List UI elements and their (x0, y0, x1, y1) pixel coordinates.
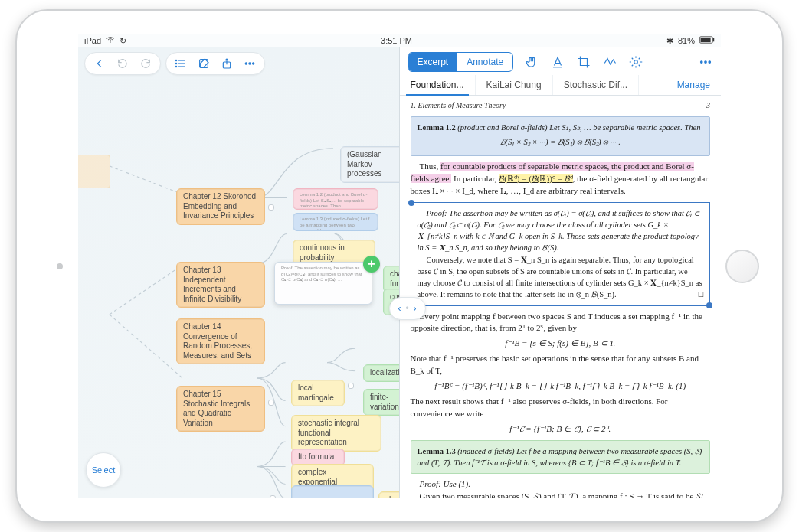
node-cbm[interactable]: characterization of Brownian motion (378, 491, 400, 498)
chevron-right-icon: › (414, 303, 417, 314)
svg-point-15 (253, 63, 254, 64)
chevron-left-icon: ‹ (398, 303, 401, 314)
node-loc[interactable]: localization (363, 364, 400, 382)
text-style-icon[interactable] (550, 54, 565, 70)
hand-icon[interactable] (524, 54, 539, 70)
doc-tabs: Foundation... KaiLai Chung Stochastic Di… (400, 75, 722, 96)
svg-point-9 (175, 66, 176, 67)
svg-point-7 (175, 60, 176, 60)
clock: 3:51 PM (381, 36, 412, 45)
seg-annotate[interactable]: Annotate (457, 53, 512, 71)
tab-kailai[interactable]: KaiLai Chung (476, 75, 553, 95)
node-ch13[interactable]: Chapter 13 Independent Increments and In… (176, 262, 265, 308)
share-icon[interactable] (220, 57, 234, 70)
svg-point-17 (634, 60, 638, 64)
doc-page: 3 (706, 100, 710, 112)
more-icon[interactable] (698, 54, 713, 70)
right-toolbar: Excerpt Annotate (400, 47, 722, 75)
drag-preview[interactable]: Proof. The assertion may be written as σ… (274, 262, 372, 305)
lemma-1-3[interactable]: Lemma 1.3 (induced σ-fields) Let f be a … (411, 440, 711, 474)
node-ch14[interactable]: Chapter 14 Convergence of Random Process… (176, 318, 265, 364)
svg-point-19 (705, 61, 707, 64)
svg-rect-3 (701, 38, 711, 42)
mindmap-canvas[interactable]: (Gaussian Markov processes Chapter 12 Sk… (78, 81, 399, 498)
node-fv[interactable]: finite-variation (363, 389, 400, 416)
undo-icon[interactable] (116, 57, 129, 70)
settings-icon[interactable] (628, 54, 643, 70)
document-content[interactable]: 1. Elements of Measure Theory 3 Lemma 1.… (400, 96, 722, 498)
node-sifr[interactable]: stochastic integral functional represent… (291, 415, 381, 452)
svg-rect-2 (713, 38, 715, 42)
battery-percent: 81% (678, 36, 695, 45)
home-button[interactable] (725, 250, 759, 283)
split-handle[interactable]: ‹ • › (389, 297, 426, 320)
document-pane: Excerpt Annotate Foundation... KaiL (400, 47, 722, 498)
left-toolbar (78, 47, 399, 80)
node-gaussian[interactable]: (Gaussian Markov processes (340, 146, 400, 183)
svg-point-8 (175, 63, 176, 64)
list-icon[interactable] (174, 57, 188, 70)
lemma-1-2[interactable]: Lemma 1.2 (product and Borel σ-fields) L… (411, 116, 711, 156)
camera-dot (57, 263, 63, 269)
seg-excerpt[interactable]: Excerpt (408, 53, 458, 71)
excerpt-lemma12[interactable]: Lemma 1.2 (product and Borel σ-fields) L… (293, 188, 378, 210)
bluetooth-icon: ✱ (666, 36, 673, 46)
redo-icon[interactable] (139, 57, 152, 70)
selected-proof[interactable]: Proof: The assertion may be written as σ… (411, 202, 711, 306)
select-button[interactable]: Select (86, 452, 121, 488)
tab-manage[interactable]: Manage (666, 75, 721, 95)
excerpt-stub[interactable] (291, 485, 374, 498)
lasso-icon[interactable] (602, 54, 617, 70)
device-label: iPad (84, 36, 101, 45)
wifi-icon (106, 35, 115, 46)
tab-stochastic[interactable]: Stochastic Dif... (553, 75, 639, 95)
joint[interactable] (268, 204, 274, 211)
joint[interactable] (348, 383, 354, 389)
add-button[interactable]: + (363, 256, 380, 273)
svg-point-20 (709, 61, 711, 64)
svg-point-18 (700, 61, 702, 64)
more-icon[interactable] (243, 57, 257, 70)
svg-point-13 (245, 63, 247, 64)
mode-segment[interactable]: Excerpt Annotate (408, 52, 514, 72)
sync-icon: ↻ (120, 36, 126, 46)
joint[interactable] (268, 400, 274, 406)
crop-icon[interactable] (576, 54, 591, 70)
node-ch15[interactable]: Chapter 15 Stochastic Integrals and Quad… (176, 386, 265, 432)
doc-section: 1. Elements of Measure Theory (411, 100, 506, 112)
back-icon[interactable] (93, 57, 106, 70)
battery-icon (699, 36, 715, 45)
node-locm[interactable]: local martingale (291, 380, 345, 406)
mindmap-pane[interactable]: (Gaussian Markov processes Chapter 12 Sk… (78, 47, 400, 498)
node-ch12[interactable]: Chapter 12 Skorohod Embedding and Invari… (176, 188, 265, 225)
svg-point-0 (110, 41, 110, 42)
svg-point-14 (249, 63, 251, 64)
faded-node (78, 155, 110, 188)
compose-icon[interactable] (197, 57, 211, 70)
status-bar: iPad ↻ 3:51 PM ✱ 81% (78, 34, 721, 47)
tab-foundation[interactable]: Foundation... (400, 75, 476, 95)
excerpt-lemma13[interactable]: Lemma 1.3 (induced σ-fields) Let f be a … (293, 213, 378, 231)
joint[interactable] (270, 495, 276, 498)
